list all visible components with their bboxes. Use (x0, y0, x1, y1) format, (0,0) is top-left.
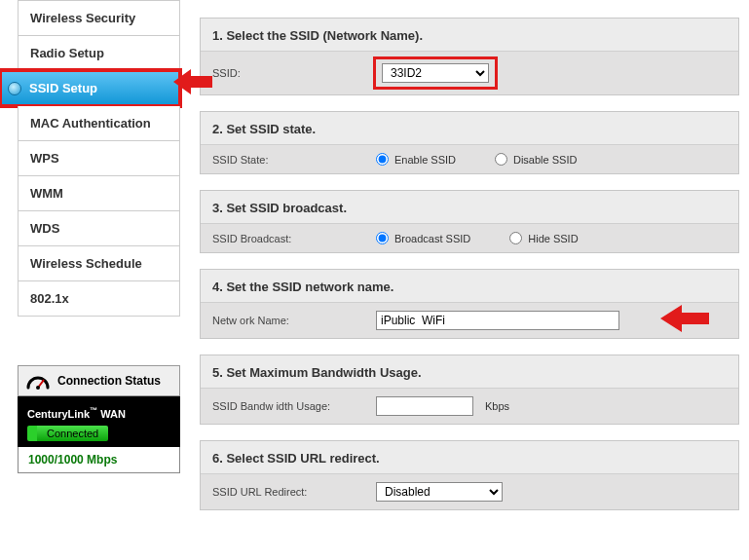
section-bandwidth: 5. Set Maximum Bandwidth Usage. SSID Ban… (200, 355, 739, 425)
section-ssid-state: 2. Set SSID state. SSID State: Enable SS… (200, 111, 739, 174)
radio-label-text: Broadcast SSID (394, 233, 470, 244)
radio-disable-ssid[interactable] (495, 153, 507, 166)
ssid-state-label: SSID State: (212, 154, 368, 166)
sidebar-item-wireless-security[interactable]: Wireless Security (18, 0, 180, 36)
sidebar-item-wireless-schedule[interactable]: Wireless Schedule (18, 246, 180, 281)
bandwidth-unit: Kbps (485, 400, 509, 412)
network-name-input[interactable] (376, 311, 619, 330)
sidebar-item-radio-setup[interactable]: Radio Setup (18, 36, 180, 71)
bandwidth-label: SSID Bandw idth Usage: (212, 400, 368, 412)
section-network-name: 4. Set the SSID network name. Netw ork N… (200, 269, 739, 339)
sidebar-item-mac-authentication[interactable]: MAC Authentication (18, 106, 180, 141)
url-redirect-select[interactable]: Disabled (376, 482, 503, 502)
radio-option-broadcast-ssid[interactable]: Broadcast SSID (376, 232, 470, 244)
ssid-broadcast-label: SSID Broadcast: (212, 233, 368, 244)
radio-option-enable-ssid[interactable]: Enable SSID (376, 153, 456, 166)
sidebar-item-ssid-setup[interactable]: SSID Setup (0, 70, 180, 106)
section-title: 5. Set Maximum Bandwidth Usage. (201, 355, 738, 388)
connection-status-label: Connection Status (57, 374, 161, 388)
network-name-label: Netw ork Name: (212, 315, 368, 326)
radio-broadcast-ssid[interactable] (376, 232, 389, 244)
svg-marker-0 (173, 69, 212, 94)
ssid-field-label: SSID: (212, 67, 368, 79)
sidebar-item-wmm[interactable]: WMM (18, 176, 180, 211)
radio-label-text: Hide SSID (528, 233, 578, 244)
arrow-left-icon (660, 303, 709, 334)
url-redirect-label: SSID URL Redirect: (212, 486, 368, 498)
arrow-left-icon (173, 67, 212, 96)
svg-point-2 (36, 386, 40, 390)
connected-badge: Connected (27, 426, 108, 441)
radio-option-hide-ssid[interactable]: Hide SSID (509, 232, 578, 244)
section-title: 2. Set SSID state. (201, 112, 738, 144)
sidebar-item-wps[interactable]: WPS (18, 141, 180, 176)
radio-enable-ssid[interactable] (376, 153, 389, 166)
gauge-icon (26, 372, 50, 390)
bandwidth-input[interactable] (376, 396, 473, 416)
wan-status-panel: CenturyLink™ WAN Connected (18, 396, 180, 447)
sidebar: Wireless Security Radio Setup SSID Setup… (0, 0, 180, 560)
wan-title: CenturyLink™ WAN (27, 406, 170, 420)
sidebar-item-label: SSID Setup (29, 81, 97, 95)
main-content: 1. Select the SSID (Network Name). SSID:… (180, 0, 749, 560)
radio-label-text: Disable SSID (513, 154, 577, 166)
sidebar-item-8021x[interactable]: 802.1x (18, 281, 180, 317)
radio-label-text: Enable SSID (394, 154, 456, 166)
section-title: 1. Select the SSID (Network Name). (201, 19, 738, 51)
sidebar-item-wds[interactable]: WDS (18, 211, 180, 246)
ssid-select[interactable]: 33ID2 (382, 63, 489, 83)
section-title: 6. Select SSID URL redirect. (201, 441, 738, 473)
speed-readout: 1000/1000 Mbps (18, 447, 180, 473)
section-ssid-broadcast: 3. Set SSID broadcast. SSID Broadcast: B… (200, 190, 739, 253)
connection-status-panel: Connection Status (18, 365, 180, 396)
section-select-ssid: 1. Select the SSID (Network Name). SSID:… (200, 18, 739, 95)
section-title: 4. Set the SSID network name. (201, 270, 738, 302)
radio-hide-ssid[interactable] (509, 232, 522, 244)
section-title: 3. Set SSID broadcast. (201, 191, 738, 223)
active-circle-icon (8, 82, 21, 95)
radio-option-disable-ssid[interactable]: Disable SSID (495, 153, 577, 166)
section-url-redirect: 6. Select SSID URL redirect. SSID URL Re… (200, 440, 739, 510)
svg-marker-3 (660, 305, 709, 332)
ssid-select-highlight: 33ID2 (376, 59, 495, 87)
